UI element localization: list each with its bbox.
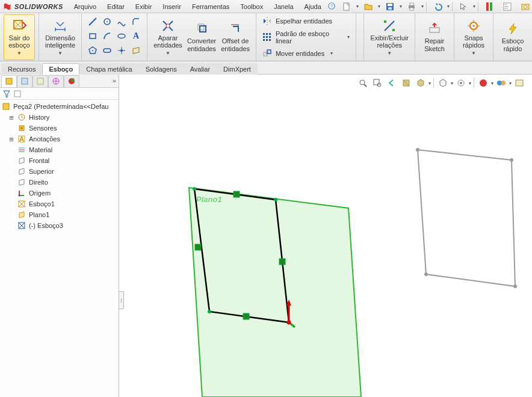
- svg-point-89: [193, 187, 196, 191]
- panel-tab-render[interactable]: [64, 75, 79, 87]
- origin-icon: [17, 188, 26, 198]
- tree-item-anota-es[interactable]: ⊞AAnotações: [0, 134, 119, 144]
- tree-item-origem[interactable]: Origem: [0, 188, 119, 198]
- tab-esboco[interactable]: Esboço: [42, 63, 79, 75]
- svg-rect-50: [22, 78, 28, 84]
- tab-recursos[interactable]: Recursos: [1, 63, 42, 75]
- panel-tab-property[interactable]: [17, 75, 32, 87]
- rectangle-tool-button[interactable]: [85, 29, 100, 43]
- menu-exibir[interactable]: Exibir: [131, 2, 157, 11]
- help-icon[interactable]: ?: [327, 2, 336, 11]
- qat-select-button[interactable]: [455, 1, 472, 12]
- slot-tool-button[interactable]: [100, 43, 114, 58]
- expand-toggle[interactable]: ⊞: [8, 114, 14, 122]
- menu-ferramentas[interactable]: Ferramentas: [187, 2, 234, 11]
- linear-pattern-button[interactable]: Padrão de esboço linear ▾: [260, 29, 353, 46]
- smart-dimension-button[interactable]: Dimensão inteligente ▼: [43, 14, 78, 60]
- offset-button[interactable]: Offset de entidades: [218, 14, 252, 60]
- tree-root-label: Peça2 (Predeterminada<<Defau: [13, 103, 108, 110]
- point-tool-button[interactable]: [114, 43, 129, 58]
- qat-options-button[interactable]: [499, 1, 516, 12]
- panel-tab-config[interactable]: [32, 75, 48, 87]
- svg-rect-37: [269, 36, 271, 38]
- fillet-tool-button[interactable]: [129, 14, 143, 29]
- svg-point-85: [510, 158, 513, 162]
- exit-sketch-button[interactable]: Sair do esboço ▼: [4, 14, 35, 60]
- move-button[interactable]: Mover entidades ▾: [260, 48, 335, 60]
- filter-icon[interactable]: [2, 90, 11, 98]
- svg-point-86: [513, 285, 517, 288]
- tree-item-label: History: [29, 114, 49, 121]
- tree-item-material-n-o-especificado-[interactable]: Material: [0, 144, 119, 155]
- qat-open-button[interactable]: [360, 1, 377, 12]
- tree-root[interactable]: Peça2 (Predeterminada<<Defau: [0, 101, 119, 112]
- tree-item-label: Esboço1: [29, 200, 55, 208]
- tree-item--esbo-o3[interactable]: (-) Esboço3: [0, 220, 119, 231]
- feature-tree: Peça2 (Predeterminada<<Defau ⊞HistorySen…: [0, 100, 119, 397]
- qat-rebuild-button[interactable]: [481, 1, 498, 12]
- tree-item-direito[interactable]: Direito: [0, 177, 119, 188]
- tab-avaliar[interactable]: Avaliar: [184, 63, 217, 75]
- svg-rect-34: [269, 33, 271, 35]
- tab-solda[interactable]: Soldagens: [139, 63, 184, 75]
- material-icon: [17, 145, 26, 155]
- tab-dimxpert[interactable]: DimXpert: [217, 63, 258, 75]
- text-tool-button[interactable]: A: [129, 29, 143, 43]
- svg-rect-12: [505, 4, 507, 5]
- panel-tab-dim[interactable]: [48, 75, 64, 87]
- menu-ajuda[interactable]: Ajuda: [300, 2, 326, 11]
- tree-item-esbo-o1[interactable]: Esboço1: [0, 198, 119, 209]
- tree-item-label: Origem: [29, 189, 51, 197]
- convert-button[interactable]: Converter entidades: [185, 14, 218, 60]
- polygon-tool-button[interactable]: [85, 43, 100, 58]
- menu-inserir[interactable]: Inserir: [158, 2, 186, 11]
- filter-dropdown-icon[interactable]: [13, 90, 22, 98]
- qat-capture-button[interactable]: [517, 1, 532, 12]
- menu-editar[interactable]: Editar: [102, 2, 129, 11]
- graphics-viewport[interactable]: ▾ ▾ ▾ ▾ ▾ ⟩ Plano1: [119, 75, 532, 397]
- snaps-button[interactable]: Snaps rápidos ▼: [458, 14, 489, 60]
- smart-dimension-label: Dimensão inteligente: [45, 34, 75, 49]
- relations-button[interactable]: Exibir/Excluir relações ▼: [368, 14, 411, 60]
- expand-toggle[interactable]: ⊞: [8, 135, 14, 143]
- tab-chapa[interactable]: Chapa metálica: [79, 63, 138, 75]
- menu-janela[interactable]: Janela: [269, 2, 298, 11]
- move-label: Mover entidades: [276, 50, 324, 57]
- svg-rect-51: [37, 78, 43, 84]
- quick-access-toolbar: ▾ ▾ ▾ ▾ ▾ ▾: [338, 1, 532, 12]
- spline-tool-button[interactable]: [114, 14, 129, 29]
- trim-button[interactable]: Aparar entidades ▼: [151, 14, 185, 60]
- arc-tool-button[interactable]: [100, 29, 114, 43]
- rapid-sketch-button[interactable]: Esboço rápido: [497, 14, 528, 60]
- svg-point-48: [473, 25, 475, 26]
- svg-point-90: [274, 198, 277, 202]
- svg-point-22: [118, 34, 125, 38]
- repair-sketch-button[interactable]: Repair Sketch: [419, 14, 450, 60]
- relations-icon: [382, 19, 397, 33]
- mirror-button[interactable]: Espelhar entidades: [260, 15, 335, 27]
- svg-rect-10: [490, 2, 492, 11]
- panel-tab-strip: »: [0, 75, 119, 88]
- ellipse-tool-button[interactable]: [114, 29, 129, 43]
- qat-undo-button[interactable]: [429, 1, 446, 12]
- menu-toolbox[interactable]: Toolbox: [235, 2, 268, 11]
- tree-item-sensores[interactable]: Sensores: [0, 123, 119, 134]
- qat-new-button[interactable]: [338, 1, 355, 12]
- qat-print-button[interactable]: [403, 1, 420, 12]
- circle-tool-button[interactable]: [100, 14, 114, 29]
- ribbon: Sair do esboço ▼ Dimensão inteligente ▼ …: [0, 13, 532, 61]
- panel-tab-feature-tree[interactable]: [1, 75, 17, 87]
- panel-expand-button[interactable]: »: [112, 77, 116, 85]
- exit-sketch-label: Sair do esboço: [8, 34, 29, 49]
- line-tool-button[interactable]: [85, 14, 100, 29]
- tree-item-superior[interactable]: Superior: [0, 166, 119, 177]
- tree-item-plano1[interactable]: Plano1: [0, 209, 119, 220]
- qat-save-button[interactable]: [382, 1, 398, 12]
- tree-item-history[interactable]: ⊞History: [0, 112, 119, 123]
- app-name: SOLIDWORKS: [14, 3, 63, 10]
- plane-tool-button[interactable]: [129, 43, 143, 58]
- svg-line-18: [89, 18, 96, 25]
- menu-arquivo[interactable]: Arquivo: [69, 2, 101, 11]
- tree-item-frontal[interactable]: Frontal: [0, 155, 119, 166]
- tree-filter-row: [0, 88, 119, 100]
